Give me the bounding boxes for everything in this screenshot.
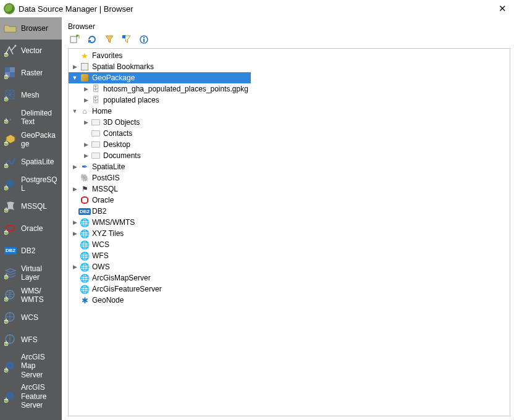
expand-arrow-icon[interactable]: ▶ xyxy=(71,230,78,237)
svg-rect-47 xyxy=(143,37,145,38)
sidebar-item-label: GeoPackage xyxy=(21,131,58,149)
oracle-icon: + xyxy=(4,222,17,235)
globe-icon: 🌐 xyxy=(79,217,90,227)
star-icon: ★ xyxy=(79,51,90,61)
feather-icon: ✒ xyxy=(79,162,90,172)
sidebar-item-wms-wmts[interactable]: + WMS/ WMTS xyxy=(0,284,62,306)
sidebar-item-browser[interactable]: Browser xyxy=(0,17,62,40)
svg-text:+: + xyxy=(4,272,9,279)
sidebar-item-virtual-layer[interactable]: + Virtual Layer xyxy=(0,262,62,284)
tree-node-arcgis-feature-server[interactable]: 🌐ArcGisFeatureServer xyxy=(69,284,510,295)
tree-node-folder[interactable]: ▶Desktop xyxy=(69,139,510,150)
add-layer-button[interactable] xyxy=(69,34,80,45)
sidebar-item-raster[interactable]: + Raster xyxy=(0,62,62,84)
tree-node-spatial-bookmarks[interactable]: ▶Spatial Bookmarks xyxy=(69,61,510,72)
svg-text:+: + xyxy=(4,49,9,57)
tree-node-favorites[interactable]: ★Favorites xyxy=(69,50,510,61)
tree-node-home[interactable]: ▼⌂Home xyxy=(69,106,510,117)
sidebar-item-label: Mesh xyxy=(21,91,58,99)
expand-arrow-icon[interactable]: ▶ xyxy=(82,119,90,125)
svg-text:+: + xyxy=(4,116,9,124)
svg-text:+: + xyxy=(4,365,9,372)
collapse-arrow-icon[interactable]: ▼ xyxy=(71,75,78,81)
sidebar-item-mssql[interactable]: + MSSQL xyxy=(0,195,62,217)
tree-label: WCS xyxy=(92,240,109,249)
mesh-icon: + xyxy=(4,88,17,102)
tree-node-gpkg-layer[interactable]: ▶🗄populated places xyxy=(69,94,510,106)
browser-tree[interactable]: ★Favorites ▶Spatial Bookmarks ▼GeoPackag… xyxy=(68,48,510,416)
refresh-button[interactable] xyxy=(86,34,98,45)
sidebar-item-postgresql[interactable]: + PostgreSQL xyxy=(0,173,62,195)
expand-arrow-icon[interactable]: ▶ xyxy=(82,86,90,92)
sidebar-item-label: WCS xyxy=(21,313,58,322)
sidebar-item-label: DB2 xyxy=(21,246,58,255)
database-icon: 🗄 xyxy=(90,95,101,105)
expand-arrow-icon[interactable]: ▶ xyxy=(71,264,78,270)
tree-label: Desktop xyxy=(103,140,130,149)
collapse-arrow-icon[interactable]: ▼ xyxy=(71,108,78,114)
svg-text:+: + xyxy=(4,205,9,212)
tree-node-spatialite[interactable]: ▶✒SpatiaLite xyxy=(69,161,510,172)
tree-node-xyz-tiles[interactable]: ▶🌐XYZ Tiles xyxy=(69,228,510,239)
expand-arrow-icon[interactable]: ▶ xyxy=(82,141,90,148)
wms-wmts-icon: + xyxy=(4,288,17,302)
tree-node-folder[interactable]: ▶Documents xyxy=(69,150,510,161)
sidebar-item-mesh[interactable]: + Mesh xyxy=(0,84,62,106)
tree-node-gpkg-file[interactable]: ▶🗄hotosm_gha_populated_places_points.gpk… xyxy=(69,83,510,94)
folder-icon xyxy=(90,140,101,149)
tree-node-wfs[interactable]: 🌐WFS xyxy=(69,250,510,261)
expand-arrow-icon[interactable]: ▶ xyxy=(82,97,90,103)
tree-node-folder[interactable]: Contacts xyxy=(69,128,510,139)
sidebar-item-wcs[interactable]: + WCS xyxy=(0,306,62,329)
expand-arrow-icon[interactable]: ▶ xyxy=(71,186,78,192)
tree-node-wcs[interactable]: 🌐WCS xyxy=(69,239,510,250)
sidebar-item-arcgis-feature-server[interactable]: + ArcGIS Feature Server xyxy=(0,381,62,411)
tree-node-geopackage[interactable]: ▼GeoPackage xyxy=(69,72,251,83)
tree-node-geonode[interactable]: ✱GeoNode xyxy=(69,295,510,306)
tree-label: SpatiaLite xyxy=(92,162,125,171)
sidebar-item-arcgis-map-server[interactable]: + ArcGIS Map Server xyxy=(0,351,62,381)
expand-arrow-icon[interactable]: ▶ xyxy=(71,64,78,70)
svg-rect-46 xyxy=(143,39,145,42)
tree-node-postgis[interactable]: 🐘PostGIS xyxy=(69,172,510,183)
tree-node-mssql[interactable]: ▶⚑MSSQL xyxy=(69,183,510,195)
svg-text:+: + xyxy=(4,338,9,346)
mssql-icon: ⚑ xyxy=(79,184,90,194)
folder-icon xyxy=(90,128,101,138)
sidebar-item-delimited-text[interactable]: ,+ Delimited Text xyxy=(0,106,62,128)
filter-button[interactable] xyxy=(104,34,115,45)
globe-icon: 🌐 xyxy=(79,229,90,238)
database-icon: 🗄 xyxy=(90,84,101,94)
expand-arrow-icon[interactable]: ▶ xyxy=(71,219,78,225)
sidebar-item-vector[interactable]: + Vector xyxy=(0,40,62,62)
tree-node-wms-wmts[interactable]: ▶🌐WMS/WMTS xyxy=(69,217,510,228)
virtual-layer-icon: + xyxy=(4,266,17,280)
svg-text:+: + xyxy=(4,227,9,235)
sidebar-item-geopackage[interactable]: + GeoPackage xyxy=(0,128,62,151)
close-button[interactable]: ✕ xyxy=(495,3,510,14)
tree-node-ows[interactable]: ▶🌐OWS xyxy=(69,261,510,272)
svg-point-0 xyxy=(15,45,17,47)
sidebar: Browser + Vector + Raster + Mesh ,+ Deli… xyxy=(0,17,62,420)
wcs-icon: + xyxy=(4,311,17,324)
sidebar-item-db2[interactable]: DB2 DB2 xyxy=(0,240,62,262)
sidebar-item-label: SpatiaLite xyxy=(21,158,58,166)
tree-label: DB2 xyxy=(92,207,106,216)
properties-button[interactable] xyxy=(138,34,150,45)
tree-node-db2[interactable]: DB2DB2 xyxy=(69,206,510,217)
tree-node-arcgis-map-server[interactable]: 🌐ArcGisMapServer xyxy=(69,272,510,284)
sidebar-item-oracle[interactable]: + Oracle xyxy=(0,217,62,240)
collapse-all-button[interactable] xyxy=(121,34,132,45)
tree-node-folder[interactable]: ▶3D Objects xyxy=(69,117,510,128)
expand-arrow-icon[interactable]: ▶ xyxy=(71,164,78,170)
tree-label: populated places xyxy=(103,96,159,104)
expand-arrow-icon[interactable]: ▶ xyxy=(82,153,90,159)
globe-icon: 🌐 xyxy=(79,251,90,261)
tree-label: GeoPackage xyxy=(92,74,135,82)
tree-node-oracle[interactable]: Oracle xyxy=(69,195,510,206)
sidebar-item-spatialite[interactable]: + SpatiaLite xyxy=(0,151,62,173)
sidebar-item-wfs[interactable]: + WFS xyxy=(0,329,62,351)
vector-icon: + xyxy=(4,44,17,57)
home-icon: ⌂ xyxy=(79,106,90,116)
sidebar-item-label: Raster xyxy=(21,69,58,77)
